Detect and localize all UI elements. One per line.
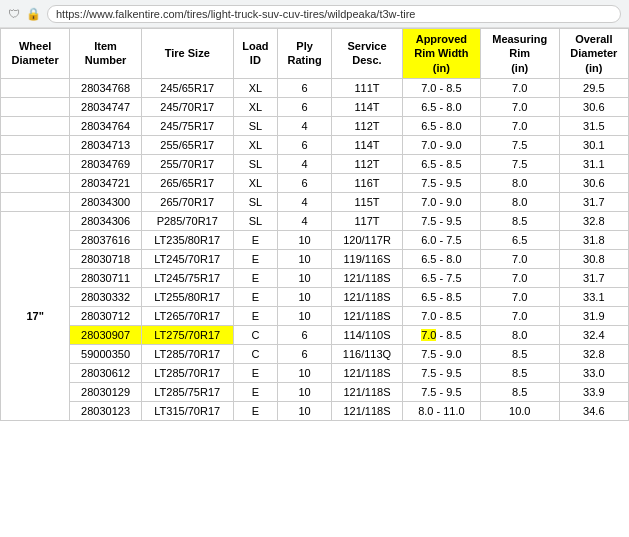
- approved-rim-width-cell: 7.5 - 9.5: [402, 173, 480, 192]
- table-row: 28034768245/65R17XL6111T7.0 - 8.57.029.5: [1, 78, 629, 97]
- table-row: 28034721265/65R17XL6116T7.5 - 9.58.030.6: [1, 173, 629, 192]
- approved-rim-width-cell: 6.5 - 8.5: [402, 154, 480, 173]
- load-id-cell: E: [233, 306, 278, 325]
- load-id-cell: E: [233, 230, 278, 249]
- service-desc-cell: 121/118S: [332, 363, 403, 382]
- load-id-cell: SL: [233, 192, 278, 211]
- table-row: 28034300265/70R17SL4115T7.0 - 9.08.031.7: [1, 192, 629, 211]
- header-measuring-rim: MeasuringRim(in): [480, 29, 559, 79]
- load-id-cell: SL: [233, 211, 278, 230]
- item-number-cell: 28030712: [70, 306, 142, 325]
- ply-rating-cell: 6: [278, 344, 332, 363]
- measuring-rim-cell: 8.0: [480, 325, 559, 344]
- approved-rim-width-cell: 7.0 - 9.0: [402, 135, 480, 154]
- ply-rating-cell: 10: [278, 287, 332, 306]
- tire-size-cell: LT285/70R17: [141, 363, 233, 382]
- item-number-cell: 28034768: [70, 78, 142, 97]
- ply-rating-cell: 4: [278, 192, 332, 211]
- ply-rating-cell: 10: [278, 230, 332, 249]
- wheel-diameter-cell: 17": [1, 211, 70, 420]
- approved-rim-width-cell: 7.0 - 9.0: [402, 192, 480, 211]
- measuring-rim-cell: 7.0: [480, 116, 559, 135]
- table-row: 28030332LT255/80R17E10121/118S6.5 - 8.57…: [1, 287, 629, 306]
- load-id-cell: SL: [233, 116, 278, 135]
- item-number-cell: 28034747: [70, 97, 142, 116]
- item-number-cell: 28030718: [70, 249, 142, 268]
- ply-rating-cell: 4: [278, 116, 332, 135]
- header-item-number: ItemNumber: [70, 29, 142, 79]
- overall-diameter-cell: 33.1: [559, 287, 628, 306]
- measuring-rim-cell: 8.5: [480, 344, 559, 363]
- measuring-rim-cell: 7.0: [480, 306, 559, 325]
- overall-diameter-cell: 31.7: [559, 192, 628, 211]
- tire-size-cell: 255/65R17: [141, 135, 233, 154]
- table-row: 28034769255/70R17SL4112T6.5 - 8.57.531.1: [1, 154, 629, 173]
- overall-diameter-cell: 30.1: [559, 135, 628, 154]
- overall-diameter-cell: 30.6: [559, 97, 628, 116]
- table-row: 28034713255/65R17XL6114T7.0 - 9.07.530.1: [1, 135, 629, 154]
- tire-size-cell: LT285/75R17: [141, 382, 233, 401]
- approved-rim-width-cell: 8.0 - 11.0: [402, 401, 480, 420]
- overall-diameter-cell: 31.8: [559, 230, 628, 249]
- approved-rim-width-cell: 6.5 - 8.0: [402, 249, 480, 268]
- table-row: 28030129LT285/75R17E10121/118S7.5 - 9.58…: [1, 382, 629, 401]
- item-number-cell: 28034713: [70, 135, 142, 154]
- header-wheel-diameter: WheelDiameter: [1, 29, 70, 79]
- item-number-cell: 28034306: [70, 211, 142, 230]
- table-row: 59000350LT285/70R17C6116/113Q7.5 - 9.08.…: [1, 344, 629, 363]
- load-id-cell: C: [233, 325, 278, 344]
- tire-size-cell: LT315/70R17: [141, 401, 233, 420]
- item-number-cell: 28030612: [70, 363, 142, 382]
- item-number-cell: 28030711: [70, 268, 142, 287]
- item-number-cell: 28030129: [70, 382, 142, 401]
- approved-rim-width-cell: 7.0 - 8.5: [402, 78, 480, 97]
- ply-rating-cell: 6: [278, 325, 332, 344]
- measuring-rim-cell: 8.5: [480, 363, 559, 382]
- ply-rating-cell: 6: [278, 78, 332, 97]
- load-id-cell: XL: [233, 135, 278, 154]
- load-id-cell: E: [233, 382, 278, 401]
- approved-rim-width-cell: 7.5 - 9.5: [402, 382, 480, 401]
- item-number-cell: 28030123: [70, 401, 142, 420]
- approved-rim-width-cell: 6.5 - 8.5: [402, 287, 480, 306]
- ply-rating-cell: 6: [278, 97, 332, 116]
- load-id-cell: E: [233, 287, 278, 306]
- tire-size-cell: LT275/70R17: [141, 325, 233, 344]
- browser-bar: 🛡 🔒 https://www.falkentire.com/tires/lig…: [0, 0, 629, 28]
- measuring-rim-cell: 7.0: [480, 97, 559, 116]
- load-id-cell: XL: [233, 78, 278, 97]
- tire-size-cell: 245/70R17: [141, 97, 233, 116]
- service-desc-cell: 114/110S: [332, 325, 403, 344]
- tire-size-cell: LT265/70R17: [141, 306, 233, 325]
- ply-rating-cell: 10: [278, 382, 332, 401]
- measuring-rim-cell: 7.0: [480, 287, 559, 306]
- table-row: 28030612LT285/70R17E10121/118S7.5 - 9.58…: [1, 363, 629, 382]
- approved-rim-width-cell: 7.5 - 9.5: [402, 363, 480, 382]
- lock-icon: 🔒: [26, 7, 41, 21]
- service-desc-cell: 114T: [332, 135, 403, 154]
- measuring-rim-cell: 7.5: [480, 154, 559, 173]
- item-number-cell: 28030907: [70, 325, 142, 344]
- tire-size-cell: 255/70R17: [141, 154, 233, 173]
- service-desc-cell: 121/118S: [332, 287, 403, 306]
- tire-size-cell: 265/65R17: [141, 173, 233, 192]
- url-bar[interactable]: https://www.falkentire.com/tires/light-t…: [47, 5, 621, 23]
- service-desc-cell: 116/113Q: [332, 344, 403, 363]
- service-desc-cell: 119/116S: [332, 249, 403, 268]
- table-row: 28034747245/70R17XL6114T6.5 - 8.07.030.6: [1, 97, 629, 116]
- tire-size-cell: P285/70R17: [141, 211, 233, 230]
- tire-size-cell: LT285/70R17: [141, 344, 233, 363]
- overall-diameter-cell: 29.5: [559, 78, 628, 97]
- tire-size-cell: LT255/80R17: [141, 287, 233, 306]
- service-desc-cell: 121/118S: [332, 382, 403, 401]
- header-overall-diameter: OverallDiameter(in): [559, 29, 628, 79]
- item-number-cell: 28037616: [70, 230, 142, 249]
- wheel-diameter-cell: [1, 192, 70, 211]
- service-desc-cell: 115T: [332, 192, 403, 211]
- service-desc-cell: 112T: [332, 154, 403, 173]
- measuring-rim-cell: 8.0: [480, 192, 559, 211]
- service-desc-cell: 112T: [332, 116, 403, 135]
- measuring-rim-cell: 7.0: [480, 249, 559, 268]
- measuring-rim-cell: 7.0: [480, 78, 559, 97]
- load-id-cell: XL: [233, 97, 278, 116]
